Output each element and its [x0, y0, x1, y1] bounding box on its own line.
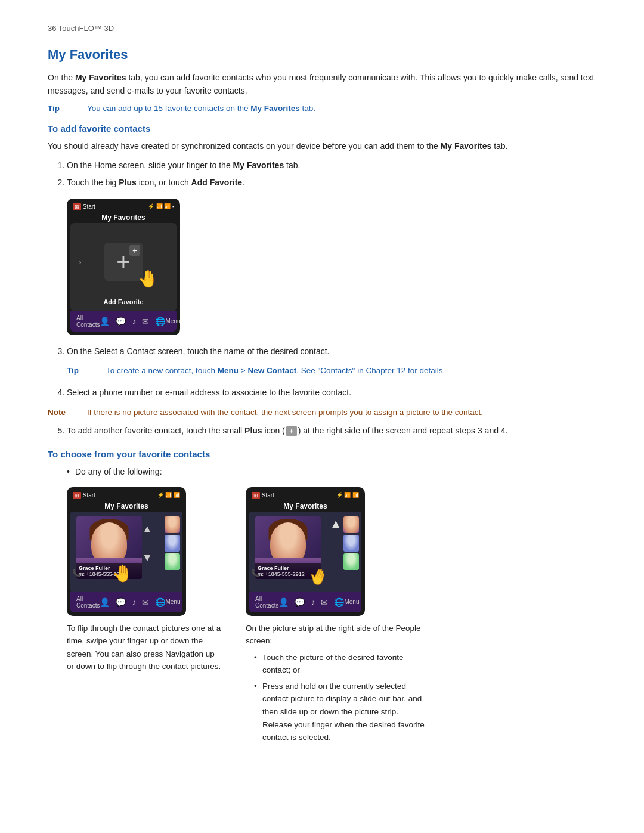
phone-bottom-bar-right: All Contacts 👤 💬 ♪ ✉ 🌐 Menu — [249, 592, 361, 612]
plus-button-large: + + — [104, 243, 143, 281]
thumb-strip-left — [165, 516, 181, 570]
mail-icon-right: ✉ — [321, 597, 328, 607]
page-header: 36 TouchFLO™ 3D — [48, 24, 596, 33]
tip-block-1: Tip You can add up to 15 favorite contac… — [48, 104, 596, 113]
steps-list: On the Home screen, slide your finger to… — [67, 159, 596, 189]
arrow-down-left: ▼ — [142, 552, 153, 563]
phone-bottom-left-left: All Contacts — [76, 596, 100, 609]
step-1: On the Home screen, slide your finger to… — [67, 159, 596, 172]
phone-bottom-icons-1: 👤 💬 ♪ ✉ 🌐 — [100, 317, 165, 326]
mail-icon: ✉ — [142, 317, 149, 326]
phone-title-left: My Favorites — [70, 500, 182, 512]
thumb-1-left — [165, 516, 180, 533]
swipe-arrows-left: ▲ ▼ — [142, 524, 153, 563]
hand-pointer-icon: 🤚 — [138, 269, 159, 289]
tip-label-2: Tip — [67, 366, 97, 375]
mail-icon-left: ✉ — [142, 597, 149, 607]
phone-bottom-icons-left: 👤 💬 ♪ ✉ 🌐 — [100, 597, 165, 607]
header-text: 36 TouchFLO™ 3D — [48, 24, 114, 33]
right-bullet-2: Press and hold on the currently selected… — [254, 680, 425, 744]
step-3: On the Select a Contact screen, touch th… — [67, 345, 596, 358]
two-col-screenshots: ⊞ Start ⚡ 📶 📶 My Favorites — [67, 487, 596, 747]
globe-icon-left: 🌐 — [155, 597, 165, 607]
tip-text-1: You can add up to 15 favorite contacts o… — [87, 104, 315, 113]
caption-right-text: On the picture strip at the right side o… — [246, 622, 425, 648]
intro-paragraph: On the My Favorites tab, you can add fav… — [48, 71, 596, 98]
thumb-strip-right — [343, 516, 360, 570]
music-icon: ♪ — [132, 317, 136, 326]
favorites-body-right: Grace Fuller m: +1845-555-2912 — [249, 512, 361, 592]
step-5: To add another favorite contact, touch t… — [67, 424, 596, 437]
add-contacts-subtitle: To add favorite contacts — [48, 123, 596, 134]
globe-icon-right: 🌐 — [334, 597, 344, 607]
phone-bottom-right-1: Menu — [165, 318, 180, 324]
note-block: Note If there is no picture associated w… — [48, 408, 596, 417]
thumb-3-left — [165, 553, 180, 570]
contacts-icon-right: 👤 — [278, 597, 289, 607]
steps-list-4: To add another favorite contact, touch t… — [67, 424, 596, 437]
nav-arrow-left: › — [79, 257, 82, 267]
phone-status-icons-left: ⚡ 📶 📶 — [157, 492, 180, 498]
corner-plus-icon: + — [129, 245, 140, 256]
messages-icon-right: 💬 — [295, 597, 305, 607]
phone-bottom-left-right: All Contacts — [255, 596, 278, 609]
contacts-icon-left: 👤 — [100, 597, 110, 607]
phone-title-right: My Favorites — [249, 500, 361, 512]
phone-screen-right: ⊞ Start ⚡ 📶 📶 My Favorites — [246, 487, 365, 616]
plus-symbol: + — [116, 250, 130, 274]
phone-status-icons-right: ⚡ 📶 📶 — [336, 492, 359, 498]
thumb-2-left — [165, 535, 180, 552]
phone-screen-1: ⊞ Start ⚡ 📶 📶 ▪ My Favorites › + + 🤚 Add… — [67, 199, 180, 335]
note-text: If there is no picture associated with t… — [87, 408, 483, 417]
music-icon-right: ♪ — [311, 597, 315, 607]
call-icon-right: 📞 — [251, 569, 260, 577]
tip-text-2: To create a new contact, touch Menu > Ne… — [106, 366, 445, 375]
phone-screen-left: ⊞ Start ⚡ 📶 📶 My Favorites — [67, 487, 186, 616]
phone-bottom-right-right: Menu — [344, 599, 359, 605]
choose-section: To choose from your favorite contacts Do… — [48, 449, 596, 747]
phone-status-bar-1: ⊞ Start ⚡ 📶 📶 ▪ — [70, 202, 177, 211]
thumb-2-right — [343, 535, 359, 552]
caption-left: To flip through the contact pictures one… — [67, 622, 222, 673]
step-2: Touch the big Plus icon, or touch Add Fa… — [67, 176, 596, 189]
page-title: My Favorites — [48, 47, 596, 63]
hand-swipe-left: 🤚 — [112, 563, 133, 583]
phone-bottom-icons-right: 👤 💬 ♪ ✉ 🌐 — [278, 597, 344, 607]
phone-start-right: ⊞ Start — [252, 492, 274, 498]
right-caption-bullets: Touch the picture of the desired favorit… — [254, 651, 425, 744]
phone-screenshot-step2: ⊞ Start ⚡ 📶 📶 ▪ My Favorites › + + 🤚 Add… — [67, 199, 596, 335]
choose-intro-item: Do any of the following: — [67, 465, 596, 478]
thumb-1-right — [343, 516, 359, 533]
phone-body-1: › + + 🤚 Add Favorite — [70, 223, 177, 311]
screenshot-col-right: ⊞ Start ⚡ 📶 📶 My Favorites — [246, 487, 425, 747]
step-4: Select a phone number or e-mail address … — [67, 386, 596, 399]
plus-inline-icon: + — [286, 426, 297, 436]
messages-icon: 💬 — [116, 317, 126, 326]
add-contacts-body: You should already have created or synch… — [48, 140, 596, 153]
arrow-up-right: ▲ — [329, 516, 342, 532]
messages-icon-left: 💬 — [116, 597, 126, 607]
phone-bottom-bar-1: All Contacts 👤 💬 ♪ ✉ 🌐 Menu — [70, 311, 177, 332]
phone-title-1: My Favorites — [70, 211, 177, 223]
arrow-up-left: ▲ — [142, 524, 153, 534]
caption-right: On the picture strip at the right side o… — [246, 622, 425, 747]
phone-status-bar-left: ⊞ Start ⚡ 📶 📶 — [70, 491, 182, 500]
phone-start-1: ⊞ Start — [73, 203, 95, 210]
add-favorite-label: Add Favorite — [103, 298, 143, 305]
call-icon-left: 📞 — [72, 569, 81, 577]
steps-list-3: Select a phone number or e-mail address … — [67, 386, 596, 399]
thumb-3-right — [343, 553, 359, 570]
steps-list-2: On the Select a Contact screen, touch th… — [67, 345, 596, 358]
phone-bottom-right-left: Menu — [165, 599, 180, 605]
tip-block-2: Tip To create a new contact, touch Menu … — [67, 366, 596, 375]
phone-bottom-left-1: All Contacts — [76, 315, 100, 328]
choose-subtitle: To choose from your favorite contacts — [48, 449, 596, 459]
music-icon-left: ♪ — [132, 597, 136, 607]
favorites-body-left: Grace Fuller m: +1845-555-2912 — [70, 512, 182, 592]
phone-status-bar-right: ⊞ Start ⚡ 📶 📶 — [249, 491, 361, 500]
note-label: Note — [48, 408, 78, 417]
phone-bottom-bar-left: All Contacts 👤 💬 ♪ ✉ 🌐 Menu — [70, 592, 182, 612]
choose-intro-list: Do any of the following: — [67, 465, 596, 478]
phone-status-icons-1: ⚡ 📶 📶 ▪ — [148, 203, 174, 209]
tip-label-1: Tip — [48, 104, 78, 113]
